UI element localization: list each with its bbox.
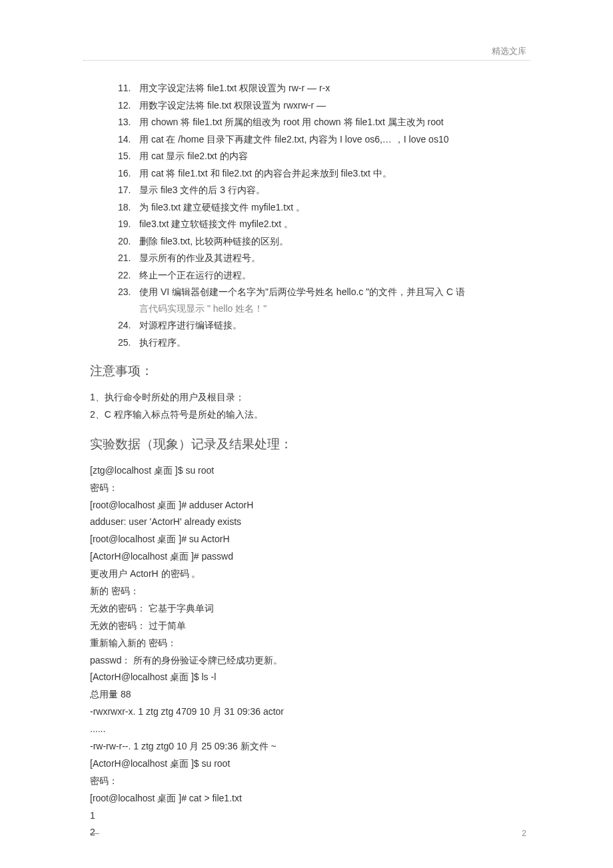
item-subtext: 言代码实现显示 " hello 姓名！" [118,300,523,317]
item-text: 删除 file3.txt, 比较两种链接的区别。 [139,236,289,246]
term-line: passwd： 所有的身份验证令牌已经成功更新。 [90,652,523,669]
item-text: 显示所有的作业及其进程号。 [139,252,261,263]
item-text: file3.txt 建立软链接文件 myfile2.txt 。 [139,218,293,229]
section-title-notes: 注意事项： [90,362,523,380]
term-line: [root@localhost 桌面 ]# su ActorH [90,531,523,548]
term-line: 更改用户 ActorH 的密码 。 [90,566,523,583]
term-line: ...... [90,721,523,738]
item-number: 24. [118,317,139,334]
page-content: 11.用文字设定法将 file1.txt 权限设置为 rw-r — r-x 12… [0,0,613,868]
list-item: 24.对源程序进行编译链接。 [118,317,523,334]
item-text: 终止一个正在运行的进程。 [139,270,251,280]
footer-dash: — [90,827,99,838]
list-item: 23.使用 VI 编辑器创建一个名字为"后两位学号姓名 hello.c "的文件… [118,284,523,316]
list-item: 18.为 file3.txt 建立硬链接文件 myfile1.txt 。 [118,199,523,216]
list-item: 13.用 chown 将 file1.txt 所属的组改为 root 用 cho… [118,114,523,131]
item-text: 为 file3.txt 建立硬链接文件 myfile1.txt 。 [139,202,305,213]
term-line: [ztg@localhost 桌面 ]$ su root [90,462,523,480]
item-number: 14. [118,131,139,148]
item-number: 23. [118,284,139,300]
item-text: 执行程序。 [139,337,186,348]
list-item: 20.删除 file3.txt, 比较两种链接的区别。 [118,233,523,250]
term-line: 密码： [90,480,523,497]
term-line: 密码： [90,773,523,790]
item-text: 用 cat 将 file1.txt 和 file2.txt 的内容合并起来放到 … [139,168,392,179]
term-line: 2 [90,824,523,841]
page-number: 2 [522,829,526,838]
item-text: 使用 VI 编辑器创建一个名字为"后两位学号姓名 hello.c "的文件，并且… [139,286,465,297]
list-item: 25.执行程序。 [118,334,523,351]
item-number: 15. [118,148,139,165]
header-divider [83,60,530,61]
list-item: 14.用 cat 在 /home 目录下再建文件 file2.txt, 内容为 … [118,131,523,148]
list-item: 22.终止一个正在运行的进程。 [118,267,523,284]
item-text: 对源程序进行编译链接。 [139,320,242,330]
term-line: 总用量 88 [90,686,523,703]
section-title-data: 实验数据（现象）记录及结果处理： [90,436,523,453]
item-text: 用 cat 在 /home 目录下再建文件 file2.txt, 内容为 I l… [139,134,448,145]
item-text: 用 chown 将 file1.txt 所属的组改为 root 用 chown … [139,117,444,127]
list-item: 11.用文字设定法将 file1.txt 权限设置为 rw-r — r-x [118,80,523,97]
item-number: 12. [118,97,139,114]
list-item: 17.显示 file3 文件的后 3 行内容。 [118,182,523,199]
terminal-output: [ztg@localhost 桌面 ]$ su root 密码： [root@l… [90,462,523,842]
item-number: 11. [118,80,139,97]
term-line: 新的 密码： [90,583,523,600]
item-number: 20. [118,233,139,250]
term-line: [root@localhost 桌面 ]# cat > file1.txt [90,790,523,807]
item-text: 用文字设定法将 file1.txt 权限设置为 rw-r — r-x [139,83,330,93]
list-item: 12.用数字设定法将 file.txt 权限设置为 rwxrw-r — [118,97,523,114]
term-line: [ActorH@localhost 桌面 ]$ ls -l [90,669,523,686]
note-line: 2、C 程序输入标点符号是所处的输入法。 [90,406,523,424]
term-line: -rwxrwxr-x. 1 ztg ztg 4709 10 月 31 09:36… [90,703,523,721]
numbered-list: 11.用文字设定法将 file1.txt 权限设置为 rw-r — r-x 12… [90,80,523,350]
list-item: 15.用 cat 显示 file2.txt 的内容 [118,148,523,165]
item-number: 17. [118,182,139,199]
notes-lines: 1、执行命令时所处的用户及根目录； 2、C 程序输入标点符号是所处的输入法。 [90,389,523,424]
item-number: 13. [118,114,139,131]
term-line: 无效的密码： 它基于字典单词 [90,600,523,618]
term-line: 1 [90,807,523,825]
item-number: 21. [118,250,139,266]
term-line: -rw-rw-r--. 1 ztg ztg0 10 月 25 09:36 新文件… [90,738,523,755]
item-text: 显示 file3 文件的后 3 行内容。 [139,185,265,195]
item-text: 用 cat 显示 file2.txt 的内容 [139,151,248,161]
term-line: 无效的密码： 过于简单 [90,618,523,635]
item-number: 19. [118,216,139,232]
item-text: 用数字设定法将 file.txt 权限设置为 rwxrw-r — [139,100,326,111]
item-number: 22. [118,267,139,284]
term-line: [ActorH@localhost 桌面 ]$ su root [90,755,523,773]
header-label: 精选文库 [492,45,526,57]
term-line: adduser: user 'ActorH' already exists [90,514,523,531]
item-number: 18. [118,199,139,216]
list-item: 19.file3.txt 建立软链接文件 myfile2.txt 。 [118,216,523,232]
term-line: 重新输入新的 密码： [90,635,523,652]
item-number: 25. [118,334,139,351]
item-number: 16. [118,165,139,182]
list-item: 16.用 cat 将 file1.txt 和 file2.txt 的内容合并起来… [118,165,523,182]
list-item: 21.显示所有的作业及其进程号。 [118,250,523,266]
note-line: 1、执行命令时所处的用户及根目录； [90,389,523,406]
term-line: [ActorH@localhost 桌面 ]# passwd [90,548,523,566]
term-line: [root@localhost 桌面 ]# adduser ActorH [90,497,523,514]
